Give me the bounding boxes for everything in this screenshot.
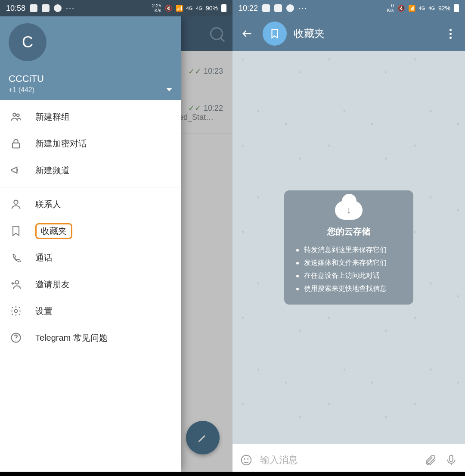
status-more-icon: ··· — [66, 4, 75, 13]
svg-point-3 — [14, 200, 18, 204]
chat-area[interactable]: 您的云存储 转发消息到这里来保存它们 发送媒体和文件来存储它们 在任意设备上访问… — [232, 51, 465, 444]
menu-calls[interactable]: 通话 — [0, 244, 181, 271]
svg-rect-10 — [450, 455, 453, 462]
drawer-header[interactable]: C CCCiTU +1 (442) — [0, 16, 181, 100]
svg-point-1 — [17, 114, 19, 117]
wifi-icon: 📶 — [408, 5, 415, 12]
mic-icon — [445, 454, 458, 467]
menu-label: 新建加密对话 — [35, 138, 87, 149]
svg-point-7 — [242, 455, 251, 465]
back-button[interactable] — [239, 25, 256, 42]
cloud-info-card: 您的云存储 转发消息到这里来保存它们 发送媒体和文件来存储它们 在任意设备上访问… — [284, 190, 413, 305]
nav-bar — [232, 472, 465, 476]
card-item: 发送媒体和文件来存储它们 — [296, 256, 401, 269]
card-list: 转发消息到这里来保存它们 发送媒体和文件来存储它们 在任意设备上访问此对话 使用… — [296, 243, 401, 295]
status-battery: 92% — [438, 5, 450, 12]
chevron-down-icon[interactable] — [166, 88, 172, 91]
attach-icon — [424, 454, 437, 467]
status-more-icon: ··· — [298, 4, 307, 13]
arrow-left-icon — [241, 28, 253, 40]
menu-label: 邀请朋友 — [35, 279, 70, 290]
right-screenshot: 10:22 ··· 0 K/s 🔇 📶 4G 4G 92% — [232, 0, 465, 476]
chat-title: 收藏夹 — [294, 27, 435, 40]
menu-label: 设置 — [35, 305, 53, 317]
status-speed: 2.25 K/s — [152, 3, 161, 13]
status-net-1: 4G — [186, 6, 193, 11]
status-battery: 90% — [206, 5, 218, 12]
mute-icon: 🔇 — [165, 5, 172, 12]
status-app-icon-3 — [286, 4, 294, 12]
menu-new-group[interactable]: 新建群组 — [0, 103, 181, 130]
menu-faq[interactable]: Telegram 常见问题 — [0, 324, 181, 351]
status-app-icon-2 — [274, 4, 282, 12]
message-input-bar: 输入消息 — [232, 444, 465, 476]
svg-point-5 — [15, 310, 18, 313]
status-app-icon-1 — [262, 4, 270, 12]
status-bar: 10:58 ··· 2.25 K/s 🔇 📶 4G 4G 90% — [0, 0, 232, 16]
status-time: 10:58 — [6, 4, 25, 13]
saved-avatar[interactable] — [263, 22, 287, 46]
user-phone: +1 (442) — [9, 86, 44, 94]
more-button[interactable] — [442, 33, 459, 35]
phone-icon — [9, 251, 22, 264]
more-icon — [450, 33, 452, 35]
navigation-drawer: C CCCiTU +1 (442) 新建群组 新建加密对话 — [0, 16, 181, 472]
battery-icon — [221, 4, 226, 12]
menu-settings[interactable]: 设置 — [0, 298, 181, 324]
status-app-icon-2 — [42, 4, 50, 12]
emoji-button[interactable] — [239, 453, 253, 467]
cloud-download-icon — [335, 201, 363, 220]
left-screenshot: 10:58 ··· 2.25 K/s 🔇 📶 4G 4G 90% ✓✓ — [0, 0, 232, 476]
menu-contacts[interactable]: 联系人 — [0, 191, 181, 218]
status-net-2: 4G — [196, 6, 202, 11]
svg-point-4 — [15, 280, 19, 284]
menu-label: 通话 — [35, 252, 53, 264]
group-icon — [9, 110, 22, 123]
menu-new-secret[interactable]: 新建加密对话 — [0, 130, 181, 157]
bookmark-icon — [9, 224, 22, 237]
bookmark-icon — [269, 28, 280, 39]
status-app-icon-3 — [54, 4, 62, 12]
svg-point-0 — [13, 113, 16, 116]
card-item: 转发消息到这里来保存它们 — [296, 243, 401, 256]
help-icon — [9, 331, 22, 344]
status-net-1: 4G — [419, 6, 425, 11]
emoji-icon — [240, 454, 253, 467]
person-icon — [9, 198, 22, 211]
menu-label: 联系人 — [35, 199, 61, 210]
status-speed: 0 K/s — [387, 3, 394, 13]
drawer-menu: 新建群组 新建加密对话 新建频道 联系人 收藏夹 — [0, 100, 181, 472]
menu-label: 新建群组 — [35, 111, 70, 123]
message-input[interactable]: 输入消息 — [260, 454, 417, 467]
menu-label: Telegram 常见问题 — [35, 332, 108, 344]
card-item: 使用搜索来更快地查找信息 — [296, 282, 401, 295]
svg-rect-2 — [12, 143, 19, 148]
menu-separator — [0, 187, 181, 187]
svg-point-9 — [248, 459, 248, 459]
menu-label-highlighted: 收藏夹 — [35, 223, 72, 239]
menu-saved[interactable]: 收藏夹 — [0, 218, 181, 244]
card-title: 您的云存储 — [296, 226, 401, 237]
menu-invite[interactable]: 邀请朋友 — [0, 271, 181, 298]
lock-icon — [9, 137, 22, 150]
card-item: 在任意设备上访问此对话 — [296, 269, 401, 282]
megaphone-icon — [9, 164, 22, 177]
status-bar: 10:22 ··· 0 K/s 🔇 📶 4G 4G 92% — [232, 0, 465, 16]
attach-button[interactable] — [424, 453, 437, 467]
svg-point-8 — [245, 459, 245, 459]
status-time: 10:22 — [239, 4, 258, 13]
person-add-icon — [9, 278, 22, 291]
chat-header: 收藏夹 — [232, 16, 465, 51]
user-name: CCCiTU — [9, 73, 44, 84]
gear-icon — [9, 305, 22, 317]
status-app-icon-1 — [30, 4, 37, 12]
menu-label: 新建频道 — [35, 165, 70, 176]
mute-icon: 🔇 — [397, 5, 405, 12]
menu-new-channel[interactable]: 新建频道 — [0, 157, 181, 184]
avatar[interactable]: C — [9, 23, 46, 61]
battery-icon — [454, 4, 459, 12]
status-net-2: 4G — [428, 6, 435, 11]
wifi-icon: 📶 — [176, 5, 183, 12]
mic-button[interactable] — [444, 453, 458, 467]
